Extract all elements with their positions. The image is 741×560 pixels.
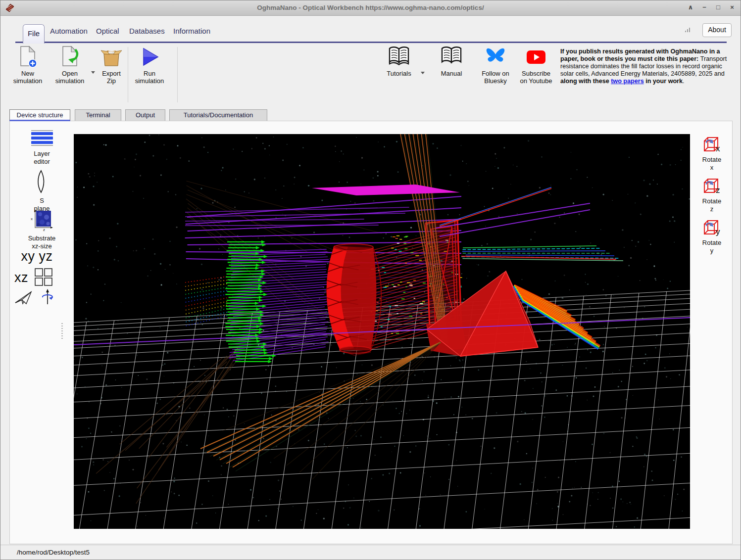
layer-editor-button[interactable]: Layereditor xyxy=(10,130,74,165)
substrate-icon: xz xyxy=(30,209,54,231)
svg-text:x: x xyxy=(31,217,33,221)
run-simulation-button[interactable]: Runsimulation xyxy=(127,44,172,85)
open-simulation-icon xyxy=(47,44,93,68)
panel-drag-handle[interactable] xyxy=(61,323,63,339)
rotate-z-button[interactable]: z Rotatez xyxy=(694,178,730,213)
window-title: OghmaNano - Optical Workbench https://ww… xyxy=(0,4,741,11)
svg-text:z: z xyxy=(43,228,45,231)
rollup-button[interactable]: ∧ xyxy=(687,3,694,11)
maximize-button[interactable]: □ xyxy=(715,3,722,11)
tutorials-book-icon xyxy=(376,44,422,68)
tab-terminal[interactable]: Terminal xyxy=(75,109,121,121)
rotate-x-button[interactable]: x Rotatex xyxy=(694,136,730,172)
menu-tab-automation[interactable]: Automation xyxy=(50,27,88,35)
subscribe-youtube-button[interactable]: Subscribeon Youtube xyxy=(513,44,559,85)
minimize-button[interactable]: − xyxy=(701,3,708,11)
app-window: OghmaNano - Optical Workbench https://ww… xyxy=(0,0,741,560)
youtube-icon xyxy=(513,44,559,68)
menu-tab-file[interactable]: File xyxy=(23,24,45,44)
view-xz-button[interactable]: xz xyxy=(10,268,74,286)
menu-tab-databases[interactable]: Databases xyxy=(129,27,165,35)
s-plane-button[interactable]: Splane xyxy=(10,170,74,212)
paper-plane-icon[interactable] xyxy=(14,290,33,305)
view-xy-yz-button[interactable]: xy yz xyxy=(5,249,69,264)
menu-tab-information[interactable]: Information xyxy=(173,27,210,35)
ray-trace-controls xyxy=(10,288,74,307)
doc-tab-bar: Device structure Terminal Output Tutoria… xyxy=(0,109,741,121)
new-simulation-icon xyxy=(5,44,50,68)
rotate-axis-icon[interactable] xyxy=(40,288,55,305)
tab-output[interactable]: Output xyxy=(125,109,165,121)
status-bar: /home/rod/Desktop/test5 xyxy=(0,545,741,560)
bluesky-butterfly-icon xyxy=(473,44,518,68)
tutorials-dropdown-icon[interactable] xyxy=(421,72,425,74)
citation-text: If you publish results generated with Og… xyxy=(560,48,734,85)
grid-2x2-icon xyxy=(34,268,53,286)
run-simulation-icon xyxy=(127,44,172,68)
follow-bluesky-button[interactable]: Follow onBluesky xyxy=(473,44,518,85)
new-simulation-button[interactable]: Newsimulation xyxy=(5,44,50,85)
main-panel: Layereditor Splane xz Substratexz-size x… xyxy=(9,121,733,544)
open-simulation-button[interactable]: Opensimulation xyxy=(47,44,93,85)
two-papers-link[interactable]: two papers xyxy=(611,78,643,85)
menu-bar: File Automation Optical Databases Inform… xyxy=(0,16,741,43)
tab-tutorials-documentation[interactable]: Tutorials/Documentation xyxy=(169,109,267,121)
menu-tab-optical[interactable]: Optical xyxy=(96,27,119,35)
resize-grip-icon xyxy=(685,28,691,32)
3d-viewport[interactable] xyxy=(74,134,690,529)
s-plane-icon xyxy=(35,170,49,193)
substrate-xz-size-button[interactable]: xz Substratexz-size xyxy=(10,209,74,250)
toolbar-separator xyxy=(177,47,178,102)
tutorials-button[interactable]: Tutorials xyxy=(376,44,422,77)
tab-device-structure[interactable]: Device structure xyxy=(9,109,70,121)
layer-editor-icon xyxy=(31,130,53,146)
title-bar[interactable]: OghmaNano - Optical Workbench https://ww… xyxy=(0,0,741,16)
sidebar: Layereditor Splane xz Substratexz-size x… xyxy=(10,121,74,544)
about-button[interactable]: About xyxy=(702,23,732,37)
close-button[interactable]: × xyxy=(729,3,736,11)
manual-book-icon xyxy=(429,44,474,68)
rotate-y-button[interactable]: y Rotatey xyxy=(694,219,730,255)
menu-underline xyxy=(15,42,727,43)
working-directory-path: /home/rod/Desktop/test5 xyxy=(17,549,90,556)
toolbar: Newsimulation Opensimulation ExportZip R… xyxy=(0,44,741,107)
manual-button[interactable]: Manual xyxy=(429,44,474,77)
